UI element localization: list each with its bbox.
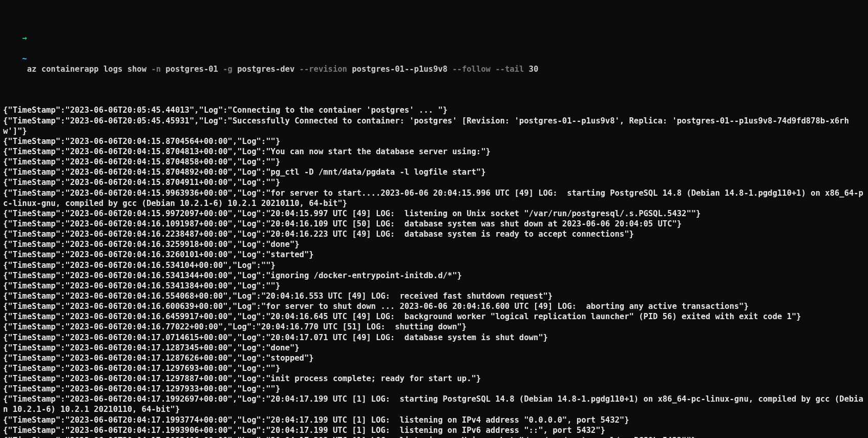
log-line: {"TimeStamp":"2023-06-06T20:04:17.199377… (3, 415, 865, 425)
log-line: {"TimeStamp":"2023-06-06T20:04:17.129769… (3, 363, 865, 373)
log-line: {"TimeStamp":"2023-06-06T20:05:45.45931"… (3, 116, 865, 136)
log-line: {"TimeStamp":"2023-06-06T20:04:16.325991… (3, 239, 865, 249)
log-line: {"TimeStamp":"2023-06-06T20:04:17.128762… (3, 353, 865, 363)
log-line: {"TimeStamp":"2023-06-06T20:04:15.870485… (3, 157, 865, 167)
log-line: {"TimeStamp":"2023-06-06T20:04:15.870456… (3, 136, 865, 147)
prompt-seg-cmd: az containerapp logs show (27, 65, 146, 74)
log-line: {"TimeStamp":"2023-06-06T20:04:16.109198… (3, 219, 865, 229)
log-line: {"TimeStamp":"2023-06-06T20:04:16.534134… (3, 270, 865, 281)
prompt-seg-flag: --revision (294, 65, 347, 74)
log-line: {"TimeStamp":"2023-06-06T20:04:16.223848… (3, 229, 865, 239)
log-line: {"TimeStamp":"2023-06-06T20:04:16.645991… (3, 311, 865, 322)
log-line: {"TimeStamp":"2023-06-06T20:04:17.071461… (3, 332, 865, 343)
log-line: {"TimeStamp":"2023-06-06T20:04:16.600639… (3, 301, 865, 311)
terminal-output[interactable]: → ~ az containerapp logs show -n postgre… (0, 0, 868, 438)
prompt-seg-argval: postgres-01--p1us9v8 (347, 65, 448, 74)
prompt-seg-argval: 30 (524, 65, 538, 74)
log-line: {"TimeStamp":"2023-06-06T20:04:16.77022+… (3, 322, 865, 332)
log-line: {"TimeStamp":"2023-06-06T20:04:17.128734… (3, 343, 865, 353)
log-line: {"TimeStamp":"2023-06-06T20:04:17.129788… (3, 373, 865, 384)
log-line: {"TimeStamp":"2023-06-06T20:04:17.209240… (3, 435, 865, 438)
log-line: {"TimeStamp":"2023-06-06T20:04:15.870481… (3, 147, 865, 157)
log-lines: {"TimeStamp":"2023-06-06T20:05:45.44013"… (3, 105, 865, 438)
prompt-cwd: ~ (22, 54, 27, 64)
log-line: {"TimeStamp":"2023-06-06T20:04:15.870489… (3, 167, 865, 177)
log-line: {"TimeStamp":"2023-06-06T20:04:15.870491… (3, 177, 865, 187)
log-line: {"TimeStamp":"2023-06-06T20:04:16.326010… (3, 249, 865, 260)
log-line: {"TimeStamp":"2023-06-06T20:04:17.129793… (3, 384, 865, 394)
log-line: {"TimeStamp":"2023-06-06T20:04:16.554068… (3, 291, 865, 301)
log-line: {"TimeStamp":"2023-06-06T20:04:17.199390… (3, 425, 865, 435)
log-line: {"TimeStamp":"2023-06-06T20:04:15.997209… (3, 208, 865, 219)
log-line: {"TimeStamp":"2023-06-06T20:04:16.534104… (3, 260, 865, 270)
prompt-command: az containerapp logs show -n postgres-01… (27, 65, 539, 74)
log-line: {"TimeStamp":"2023-06-06T20:05:45.44013"… (3, 105, 865, 115)
prompt-seg-flag: --tail (491, 65, 524, 74)
prompt-seg-flag: -g (218, 65, 232, 74)
log-line: {"TimeStamp":"2023-06-06T20:04:15.996393… (3, 188, 865, 208)
log-line: {"TimeStamp":"2023-06-06T20:04:16.534138… (3, 281, 865, 291)
prompt-seg-flag: --follow (448, 65, 491, 74)
prompt-seg-flag: -n (146, 65, 161, 74)
log-line: {"TimeStamp":"2023-06-06T20:04:17.199269… (3, 394, 865, 414)
prompt-seg-argval: postgres-01 (161, 65, 218, 74)
prompt-line: → ~ az containerapp logs show -n postgre… (3, 23, 865, 85)
prompt-arrow-icon: → (22, 33, 27, 43)
prompt-seg-argval: postgres-dev (232, 65, 294, 74)
